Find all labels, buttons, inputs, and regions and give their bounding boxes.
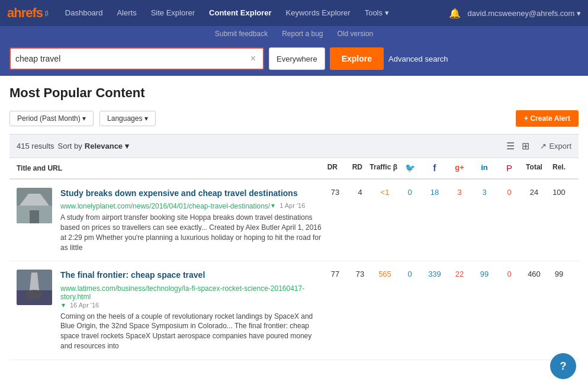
result-date-2: 16 Apr '16 [70,302,99,309]
scope-dropdown[interactable]: Everywhere [269,47,325,70]
metric-rd-2: 73 [348,270,372,278]
search-input-wrapper: × [9,47,264,70]
metric-total-2: 460 [522,270,547,278]
metric-total-1: 24 [522,188,547,197]
period-filter[interactable]: Period (Past Month) ▾ [9,111,94,126]
result-metrics-1: 73 4 <1 0 18 3 3 0 24 100 [323,188,571,197]
page-content: Most Popular Content Period (Past Month)… [0,76,588,360]
th-facebook: f [422,163,447,174]
metric-gp-1: 3 [447,188,472,197]
sort-by-label: Sort by [58,142,82,150]
explore-button[interactable]: Explore [330,47,384,70]
url-arrow-1[interactable]: ▾ [271,201,275,210]
nav-alerts[interactable]: Alerts [110,0,143,26]
metric-rel-2: 99 [547,270,571,278]
logo: ahrefs [7,5,43,21]
export-button[interactable]: ↗ Export [540,142,571,150]
metric-gp-2: 22 [447,270,472,278]
grid-view-button[interactable]: ⊞ [520,139,531,153]
export-icon: ↗ [540,142,547,150]
th-dr: DR [320,163,345,174]
svg-rect-3 [30,210,39,223]
result-thumb-1 [17,188,52,223]
nav-keywords-explorer[interactable]: Keywords Explorer [279,0,358,26]
metric-pi-1: 0 [497,188,522,197]
sort-button[interactable]: Relevance ▾ [85,142,129,150]
languages-filter[interactable]: Languages ▾ [99,111,156,126]
user-email[interactable]: david.mcsweeney@ahrefs.com ▾ [468,9,581,18]
th-twitter: 🐦 [397,163,422,174]
sub-nav-submit-feedback[interactable]: Submit feedback [215,30,268,38]
nav-content-explorer[interactable]: Content Explorer [202,0,278,26]
search-bar: × Everywhere Explore Advanced search [0,41,588,76]
th-pinterest: P [497,163,522,174]
result-thumb-2 [17,270,52,305]
th-metrics: DR RD Traffic β 🐦 f g+ in P Total Rel. [320,163,571,174]
create-alert-button[interactable]: + Create Alert [516,110,579,127]
sub-nav-report-bug[interactable]: Report a bug [282,30,323,38]
result-content-1: Study breaks down expensive and cheap tr… [60,188,323,252]
result-date-1: 1 Apr '16 [279,202,305,209]
view-toggle: ☰ ⊞ ↗ Export [505,139,571,153]
nav-dashboard[interactable]: Dashboard [58,0,110,26]
result-url-2[interactable]: www.latimes.com/business/technology/la-f… [60,284,323,301]
url-arrow-2[interactable]: ▾ [62,301,65,309]
thumb-image-1 [17,188,52,223]
sub-nav-old-version[interactable]: Old version [338,30,374,38]
nav-tools[interactable]: Tools ▾ [358,0,396,26]
metric-li-1: 3 [472,188,497,197]
result-title-1[interactable]: Study breaks down expensive and cheap tr… [60,188,298,198]
top-nav: ahrefs β Dashboard Alerts Site Explorer … [0,0,588,26]
results-bar: 415 results Sort by Relevance ▾ ☰ ⊞ ↗ Ex… [9,134,579,158]
metric-fb-2: 339 [422,270,447,278]
metric-rd-1: 4 [348,188,372,197]
metric-dr-1: 73 [323,188,348,197]
metric-tw-2: 0 [397,270,422,278]
metric-dr-2: 77 [323,270,348,278]
result-title-2[interactable]: The final frontier: cheap space travel [60,270,205,280]
th-rd: RD [345,163,369,174]
page-title: Most Popular Content [9,85,579,101]
metric-fb-1: 18 [422,188,447,197]
th-linkedin: in [472,163,497,174]
metric-li-2: 99 [472,270,497,278]
metric-pi-2: 0 [497,270,522,278]
thumb-image-2 [17,270,52,305]
sub-nav: Submit feedback Report a bug Old version [0,26,588,41]
nav-links: Dashboard Alerts Site Explorer Content E… [58,0,449,26]
filters-row: Period (Past Month) ▾ Languages ▾ + Crea… [9,110,579,127]
th-googleplus: g+ [447,163,472,174]
nav-site-explorer[interactable]: Site Explorer [144,0,202,26]
result-snippet-2: Coming on the heels of a couple of revol… [60,312,323,351]
metric-traffic-1: <1 [372,188,397,197]
table-header: Title and URL DR RD Traffic β 🐦 f g+ in … [9,158,579,180]
results-count: 415 results [17,142,54,150]
result-row-2: The final frontier: cheap space travel w… [9,261,579,360]
result-row: Study breaks down expensive and cheap tr… [9,180,579,261]
list-view-button[interactable]: ☰ [505,139,516,153]
result-content-2: The final frontier: cheap space travel w… [60,270,323,351]
th-total: Total [522,163,547,174]
search-input[interactable] [15,54,248,63]
advanced-search-link[interactable]: Advanced search [388,55,448,63]
svg-point-7 [26,290,43,299]
metric-tw-1: 0 [397,188,422,197]
th-traffic: Traffic β [369,163,397,174]
clear-button[interactable]: × [248,53,258,64]
metric-rel-1: 100 [547,188,571,197]
th-rel: Rel. [547,163,571,174]
result-url-1[interactable]: www.lonelyplanet.com/news/2016/04/01/che… [60,202,270,210]
result-snippet-1: A study from airport transfer booking si… [60,213,323,252]
nav-right: 🔔 david.mcsweeney@ahrefs.com ▾ [449,8,581,19]
result-metrics-2: 77 73 565 0 339 22 99 0 460 99 [323,270,571,278]
logo-beta: β [45,10,49,17]
th-title-url: Title and URL [17,164,320,172]
bell-icon[interactable]: 🔔 [449,8,461,19]
metric-traffic-2: 565 [372,270,397,278]
